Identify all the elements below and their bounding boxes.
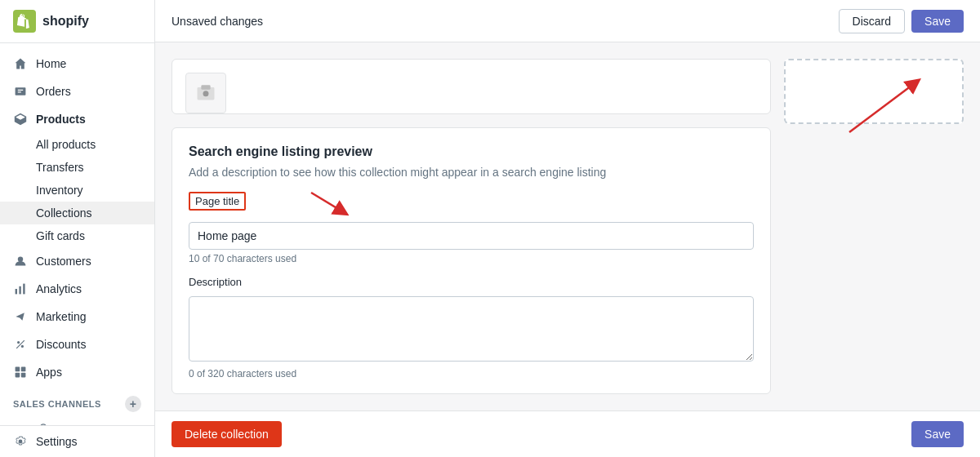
nav-item-apps[interactable]: Apps xyxy=(0,358,154,386)
analytics-icon xyxy=(13,282,28,296)
nav-item-customers[interactable]: Customers xyxy=(0,247,154,275)
description-field-group: Description 0 of 320 characters used xyxy=(189,274,754,379)
arrow-annotation-2 xyxy=(833,75,964,144)
apps-icon xyxy=(13,365,28,379)
side-column xyxy=(784,59,964,394)
nav-online-store[interactable]: Online Store 👁 xyxy=(0,415,154,425)
content-area: Search engine listing preview Add a desc… xyxy=(155,42,980,410)
svg-point-6 xyxy=(21,345,24,348)
svg-rect-0 xyxy=(16,87,26,95)
main-area: Unsaved changes Discard Save xyxy=(155,0,980,457)
orders-icon xyxy=(13,84,28,99)
svg-rect-11 xyxy=(21,373,26,378)
save-button-bottom[interactable]: Save xyxy=(911,421,964,447)
page-title-input[interactable]: Home page xyxy=(189,222,754,250)
discounts-icon xyxy=(13,337,28,352)
svg-point-15 xyxy=(203,91,209,96)
shopify-logo-icon xyxy=(13,10,36,33)
product-thumbnail xyxy=(185,73,226,113)
nav-marketing-label: Marketing xyxy=(36,310,86,323)
topbar-actions: Discard Save xyxy=(839,9,964,33)
seo-card-title: Search engine listing preview xyxy=(189,144,754,159)
save-button-top[interactable]: Save xyxy=(911,10,964,33)
description-textarea[interactable] xyxy=(189,296,754,362)
nav-item-settings[interactable]: Settings xyxy=(0,425,154,457)
svg-point-1 xyxy=(18,256,23,261)
marketing-icon xyxy=(13,309,28,324)
logo-text: shopify xyxy=(42,14,89,29)
svg-point-5 xyxy=(17,341,20,344)
page-title-field-group: Page title xyxy=(189,192,754,264)
nav-item-home[interactable]: Home xyxy=(0,50,154,78)
unsaved-changes-label: Unsaved changes xyxy=(172,15,263,28)
url-handle-field-group: URL and handle https://avada-demo.myshop… xyxy=(189,389,754,394)
seo-card-description: Add a description to see how this collec… xyxy=(189,166,754,179)
nav-item-products[interactable]: Products xyxy=(0,105,154,133)
nav-sub-inventory[interactable]: Inventory xyxy=(0,179,154,202)
nav-item-marketing[interactable]: Marketing xyxy=(0,303,154,331)
nav-sub-all-products[interactable]: All products xyxy=(0,133,154,156)
nav-discounts-label: Discounts xyxy=(36,338,86,351)
sidebar-logo: shopify xyxy=(0,0,154,43)
sidebar: shopify Home Orders Products All product… xyxy=(0,0,155,457)
settings-label: Settings xyxy=(36,435,78,448)
svg-rect-2 xyxy=(16,289,17,294)
add-sales-channel-button[interactable]: + xyxy=(125,396,141,412)
nav-sub-gift-cards[interactable]: Gift cards xyxy=(0,224,154,247)
nav-orders-label: Orders xyxy=(36,85,71,98)
nav-sub-collections[interactable]: Collections xyxy=(0,202,154,224)
svg-rect-3 xyxy=(19,286,20,295)
customers-icon xyxy=(13,254,28,268)
arrow-annotation-1 xyxy=(303,189,352,224)
settings-icon xyxy=(13,434,28,449)
nav-item-analytics[interactable]: Analytics xyxy=(0,275,154,303)
svg-rect-9 xyxy=(21,367,26,372)
url-handle-label: URL and handle xyxy=(189,391,265,394)
delete-collection-button[interactable]: Delete collection xyxy=(172,421,282,447)
topbar: Unsaved changes Discard Save xyxy=(155,0,980,42)
nav-apps-label: Apps xyxy=(36,366,62,379)
main-column: Search engine listing preview Add a desc… xyxy=(172,59,771,394)
nav-home-label: Home xyxy=(36,57,66,70)
bottombar: Delete collection Save xyxy=(155,410,980,457)
page-title-label: Page title xyxy=(189,192,246,211)
nav-customers-label: Customers xyxy=(36,255,91,268)
svg-rect-4 xyxy=(23,284,24,295)
discard-button[interactable]: Discard xyxy=(839,9,905,33)
home-icon xyxy=(13,56,28,71)
collection-card-partial xyxy=(172,59,771,114)
svg-rect-10 xyxy=(16,373,20,378)
svg-rect-14 xyxy=(201,85,210,90)
seo-card: Search engine listing preview Add a desc… xyxy=(172,127,771,394)
content-wrapper: Search engine listing preview Add a desc… xyxy=(155,42,980,457)
page-title-hint: 10 of 70 characters used xyxy=(189,253,754,264)
nav-products-label: Products xyxy=(36,113,86,126)
description-hint: 0 of 320 characters used xyxy=(189,368,754,379)
sales-channels-header: SALES CHANNELS + xyxy=(0,386,154,415)
nav-item-discounts[interactable]: Discounts xyxy=(0,331,154,358)
nav-analytics-label: Analytics xyxy=(36,282,82,295)
svg-rect-8 xyxy=(16,367,20,372)
products-icon xyxy=(13,112,28,126)
description-label: Description xyxy=(189,276,242,288)
nav-item-orders[interactable]: Orders xyxy=(0,78,154,105)
nav-sub-transfers[interactable]: Transfers xyxy=(0,156,154,179)
